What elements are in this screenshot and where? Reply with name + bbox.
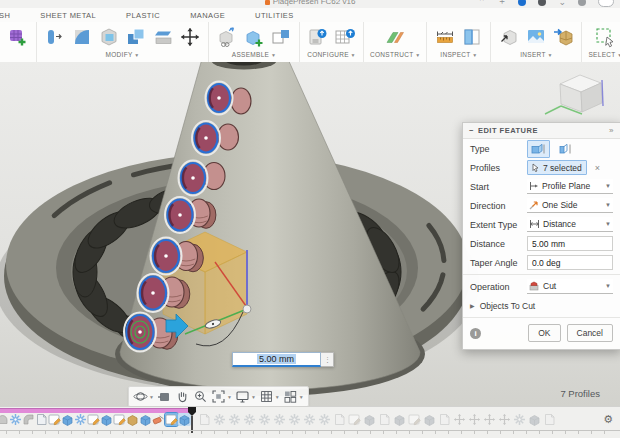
orbit-icon[interactable]: ▼ — [133, 389, 154, 404]
help-icon[interactable] — [578, 0, 586, 6]
extent-type-dropdown[interactable]: Distance▼ — [527, 217, 613, 232]
viewports-icon[interactable]: ▼ — [283, 389, 304, 404]
avatar[interactable] — [598, 0, 614, 7]
profile-circle-selected[interactable] — [138, 274, 169, 312]
timeline-settings-gear-icon[interactable]: ⚙ — [603, 412, 613, 426]
info-icon[interactable]: i — [470, 328, 481, 339]
timeline-feature-doc-icon[interactable] — [438, 413, 451, 426]
ok-button[interactable]: OK — [528, 324, 560, 342]
start-dropdown[interactable]: Profile Plane▼ — [527, 179, 613, 194]
timeline-feature-pattern-icon[interactable] — [258, 413, 271, 426]
distance-input[interactable]: 5.00 mm — [527, 236, 613, 251]
insert-mesh-icon[interactable] — [551, 25, 575, 49]
fit-icon[interactable]: ▼ — [211, 389, 232, 404]
timeline-feature-pattern-icon[interactable] — [288, 413, 301, 426]
view-cube[interactable] — [545, 75, 603, 114]
timeline-feature-sketch-icon[interactable] — [408, 413, 421, 426]
expand-section-icon[interactable]: ▶ — [470, 302, 475, 309]
timeline-feature-move-icon[interactable] — [468, 413, 481, 426]
timeline-feature-sketch-icon[interactable] — [348, 413, 361, 426]
timeline-feature-doc-icon[interactable] — [543, 413, 556, 426]
timeline-feature-move-icon[interactable] — [483, 413, 496, 426]
operation-dropdown[interactable]: Cut▼ — [527, 279, 613, 294]
display-settings-icon[interactable]: ▼ — [235, 389, 256, 404]
extrude-type-icon[interactable] — [527, 140, 550, 158]
timeline-feature-sketch-icon[interactable] — [48, 413, 61, 426]
timeline-feature-pattern-icon[interactable] — [213, 413, 226, 426]
measure-icon[interactable] — [433, 25, 457, 49]
toolbar-group-label[interactable]: ASSEMBLE ▼ — [232, 51, 276, 58]
timeline-feature-body-icon[interactable] — [0, 413, 9, 426]
clear-selection-icon[interactable]: × — [595, 163, 600, 173]
tab-sheet-metal[interactable]: SHEET METAL — [40, 11, 96, 20]
tab-manage[interactable]: MANAGE — [190, 11, 225, 20]
timeline-feature-pattern-icon[interactable] — [9, 413, 22, 426]
objects-to-cut-row[interactable]: ▶ Objects To Cut — [463, 296, 620, 315]
timeline-feature-extrude-icon[interactable] — [528, 413, 541, 426]
split-body-icon[interactable] — [151, 25, 175, 49]
help-dropdown-icon[interactable]: ⌄ — [558, 0, 566, 7]
dimension-expression-grip[interactable]: ⋮ — [321, 352, 334, 367]
direction-dropdown[interactable]: One Side▼ — [527, 198, 613, 213]
timeline-feature-pattern-icon[interactable] — [228, 413, 241, 426]
grid-icon[interactable]: ▼ — [259, 389, 280, 404]
add-tab-icon[interactable]: ＋ — [497, 0, 506, 8]
move-icon[interactable] — [178, 25, 202, 49]
timeline-feature-pattern-icon[interactable] — [318, 413, 331, 426]
mesh-create-icon[interactable] — [6, 25, 30, 49]
toolbar-group-label[interactable]: SELECT ▼ — [588, 51, 620, 58]
rigid-group-icon[interactable] — [269, 25, 293, 49]
profile-circle-selected[interactable] — [151, 238, 182, 275]
toolbar-group-label[interactable]: MODIFY ▼ — [105, 51, 139, 58]
timeline-feature-extrude-icon[interactable] — [393, 413, 406, 426]
taper-angle-input[interactable]: 0.0 deg — [527, 255, 613, 270]
canvas-icon[interactable] — [524, 25, 548, 49]
timeline-feature-extrude-icon[interactable] — [61, 413, 74, 426]
select-icon[interactable] — [593, 25, 617, 49]
timeline-feature-sketch-icon[interactable] — [113, 413, 126, 426]
profile-circle-selected[interactable] — [206, 82, 233, 115]
toolbar-group-label[interactable]: CONFIGURE ▼ — [307, 51, 356, 58]
timeline-feature-extrude-icon[interactable] — [139, 413, 152, 426]
timeline-feature-doc-icon[interactable] — [35, 413, 48, 426]
thin-extrude-type-icon[interactable] — [554, 140, 577, 158]
timeline-feature-pattern-icon[interactable] — [513, 413, 526, 426]
new-component-icon[interactable] — [215, 25, 239, 49]
job-status-icon[interactable] — [518, 0, 526, 6]
pan-icon[interactable] — [175, 389, 190, 404]
toolbar-group-label[interactable]: CONSTRUCT ▼ — [370, 51, 420, 58]
timeline-feature-pattern-icon[interactable] — [243, 413, 256, 426]
timeline-feature-pattern-icon[interactable] — [74, 413, 87, 426]
timeline-feature-delete-icon[interactable] — [152, 413, 165, 426]
profiles-selection-chip[interactable]: 7 selected — [527, 160, 587, 175]
profile-circle[interactable] — [231, 88, 251, 114]
notifications-icon[interactable] — [538, 0, 546, 6]
cancel-button[interactable]: Cancel — [567, 324, 613, 342]
timeline-feature-extrude-icon[interactable] — [363, 413, 376, 426]
distance-dimension-input[interactable]: 5.00 mm — [232, 352, 321, 367]
profile-circle-selected[interactable] — [165, 197, 195, 233]
timeline-feature-sketch-icon[interactable] — [87, 413, 100, 426]
profile-circle-selected[interactable] — [192, 121, 220, 155]
press-pull-icon[interactable] — [43, 25, 67, 49]
tab-utilities[interactable]: UTILITIES — [255, 11, 294, 20]
timeline-feature-fillet-icon[interactable] — [22, 413, 35, 426]
minimize-icon[interactable]: − — [469, 126, 474, 135]
timeline-feature-pattern-icon[interactable] — [303, 413, 316, 426]
dock-panel-icon[interactable]: » — [609, 126, 614, 135]
section-analysis-icon[interactable] — [460, 25, 484, 49]
tab-plastic[interactable]: PLASTIC — [126, 11, 160, 20]
insert-derive-icon[interactable] — [497, 25, 521, 49]
timeline-feature-form-icon[interactable] — [126, 413, 139, 426]
timeline-feature-doc-icon[interactable] — [333, 413, 346, 426]
combine-icon[interactable] — [124, 25, 148, 49]
profile-circle-selected[interactable] — [179, 161, 208, 196]
toolbar-group-label[interactable]: INSPECT ▼ — [440, 51, 477, 58]
zoom-icon[interactable] — [193, 389, 208, 404]
timeline-feature-doc-icon[interactable] — [378, 413, 391, 426]
timeline-feature-move-icon[interactable] — [498, 413, 511, 426]
tab-mesh[interactable]: MESH — [0, 11, 10, 20]
look-at-icon[interactable] — [157, 389, 172, 404]
join-icon[interactable] — [242, 25, 266, 49]
fillet-icon[interactable] — [70, 25, 94, 49]
